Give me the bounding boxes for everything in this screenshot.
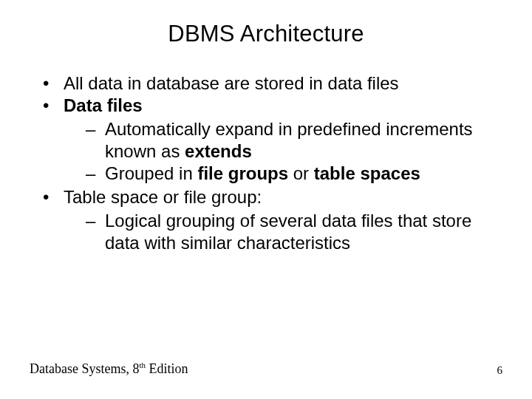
sub-bullet-item: Automatically expand in predefined incre… — [86, 118, 502, 163]
sub-bullet-text: Automatically expand in predefined incre… — [105, 119, 473, 161]
page-number: 6 — [497, 364, 503, 377]
sub-bullet-item: Grouped in file groups or table spaces — [86, 163, 502, 185]
bold-term: table spaces — [314, 163, 420, 183]
sub-bullet-item: Logical grouping of several data files t… — [86, 210, 502, 254]
sub-bullet-text: or — [288, 163, 314, 183]
sub-bullet-text: Grouped in — [105, 163, 197, 183]
bullet-text: Table space or file group: — [64, 187, 262, 207]
bullet-text: Data files — [64, 95, 143, 115]
bullet-item: Data files Automatically expand in prede… — [43, 95, 502, 185]
footer-book-text: Database Systems, 8 — [30, 361, 139, 376]
bold-term: extends — [185, 141, 252, 161]
sub-bullet-text: Logical grouping of several data files t… — [105, 211, 471, 253]
bullet-text: All data in database are stored in data … — [64, 73, 399, 93]
sub-bullet-list: Logical grouping of several data files t… — [64, 210, 502, 254]
footer-book-sup: th — [139, 361, 146, 369]
footer-book: Database Systems, 8th Edition — [30, 361, 188, 377]
footer-book-suffix: Edition — [146, 361, 188, 376]
bold-term: file groups — [197, 163, 288, 183]
slide-title: DBMS Architecture — [30, 21, 502, 47]
bullet-list: All data in database are stored in data … — [30, 72, 502, 254]
sub-bullet-list: Automatically expand in predefined incre… — [64, 118, 502, 185]
bullet-item: Table space or file group: Logical group… — [43, 186, 502, 254]
slide: DBMS Architecture All data in database a… — [0, 0, 532, 399]
bullet-item: All data in database are stored in data … — [43, 72, 502, 95]
